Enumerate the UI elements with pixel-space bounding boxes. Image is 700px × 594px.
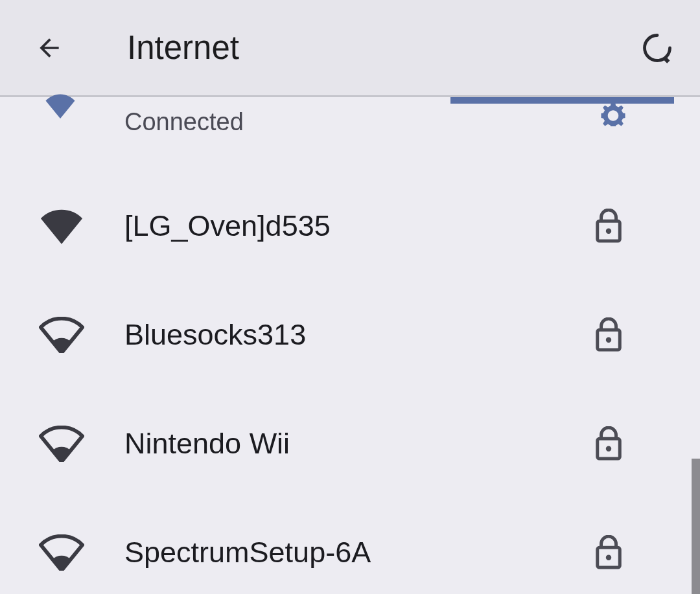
lock-icon (594, 426, 624, 461)
network-name-label: Nintendo Wii (124, 427, 594, 461)
network-item[interactable]: SpectrumSetup-6A (0, 498, 700, 594)
reset-wrench-icon (640, 31, 674, 65)
connected-settings-button[interactable] (596, 104, 630, 129)
wifi-signal-low-icon (39, 426, 84, 462)
wifi-signal-low-icon (39, 534, 84, 571)
reset-settings-button[interactable] (640, 31, 674, 65)
network-item[interactable]: [LG_Oven]d535 (0, 172, 700, 280)
network-name-label: Bluesocks313 (124, 318, 594, 352)
content-area: Connected [LG_Oven]d535 Bluesocks313 (0, 97, 700, 594)
back-button[interactable] (34, 32, 65, 63)
connected-wifi-icon (40, 89, 80, 121)
network-name-label: [LG_Oven]d535 (124, 209, 594, 243)
svg-point-3 (606, 337, 611, 342)
progress-bar (450, 97, 674, 104)
wifi-signal-low-icon (39, 317, 84, 353)
network-name-label: SpectrumSetup-6A (124, 536, 594, 569)
wifi-signal-full-icon (39, 208, 84, 244)
svg-point-5 (606, 446, 611, 451)
connected-status-label: Connected (124, 108, 244, 136)
network-item[interactable]: Bluesocks313 (0, 280, 700, 389)
connected-network-row[interactable]: Connected (0, 97, 700, 172)
svg-point-1 (606, 228, 611, 233)
scrollbar-thumb[interactable] (692, 459, 700, 594)
page-title: Internet (127, 29, 239, 67)
lock-icon (594, 317, 624, 352)
back-arrow-icon (35, 34, 64, 62)
lock-icon (594, 535, 624, 570)
network-item[interactable]: Nintendo Wii (0, 389, 700, 498)
lock-icon (594, 209, 624, 244)
app-header: Internet (0, 0, 700, 97)
svg-point-7 (606, 554, 611, 560)
